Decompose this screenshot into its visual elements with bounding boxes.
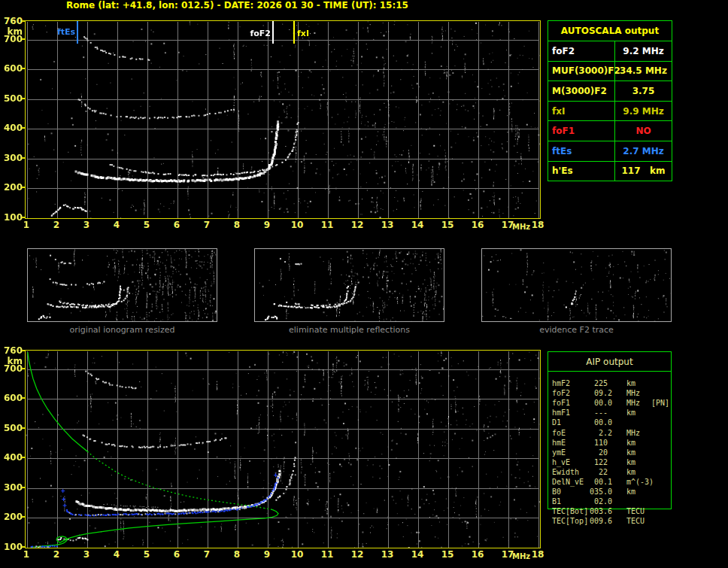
y-axis-unit-label: km bbox=[0, 26, 23, 37]
autoscala-row-value: 9.2 MHz bbox=[615, 41, 672, 61]
autoscala-row-value: 34.5 MHz bbox=[615, 62, 672, 81]
x-axis-tick-label: 15 bbox=[438, 220, 457, 230]
aip-row-hmE: hmE110 km bbox=[548, 439, 675, 448]
y-axis-tick bbox=[22, 187, 25, 188]
fxI-marker-line bbox=[293, 21, 295, 44]
foF2-marker-line bbox=[272, 21, 274, 44]
aip-cell: 110 bbox=[584, 439, 612, 447]
x-axis-tick-label: 10 bbox=[288, 220, 306, 230]
aip-row-ymE: ymE20 km bbox=[548, 448, 675, 458]
aip-cell: DelN_vE bbox=[552, 478, 584, 486]
aip-cell: foF2 bbox=[552, 389, 570, 397]
aip-cell: 20 bbox=[584, 448, 612, 457]
aip-cell: 00.0 bbox=[584, 418, 612, 427]
y-axis-tick bbox=[22, 157, 25, 159]
aip-row-foE: foE2.2MHz bbox=[548, 429, 675, 439]
x-axis-tick-label: 6 bbox=[168, 549, 186, 560]
y-axis-tick bbox=[22, 38, 25, 40]
autoscala-row-ftEs: ftEs2.7 MHz bbox=[548, 141, 672, 162]
x-axis-tick-label: 5 bbox=[138, 549, 156, 560]
aip-cell: foE bbox=[552, 429, 566, 437]
autoscala-row-value: 9.9 MHz bbox=[615, 102, 672, 121]
aip-cell: MHz bbox=[626, 389, 640, 397]
x-axis-tick-label: 7 bbox=[198, 220, 216, 230]
aip-cell: km bbox=[626, 468, 635, 476]
aip-cell: Ewidth bbox=[552, 468, 579, 476]
y-axis-unit-label: km bbox=[0, 356, 23, 366]
aip-row-foF2: foF209.2MHz bbox=[548, 389, 675, 399]
ftEs-marker-line bbox=[77, 21, 78, 44]
fxi-marker-label: fxI bbox=[297, 29, 309, 38]
autoscala-output-table: AUTOSCALA output foF29.2 MHzMUF(3000)F23… bbox=[548, 20, 672, 181]
aip-cell: km bbox=[626, 488, 635, 496]
y-axis-tick bbox=[22, 427, 25, 429]
x-axis-tick-label: 14 bbox=[408, 220, 426, 230]
y-axis-tick-label: 300 bbox=[0, 153, 23, 163]
aip-cell: km bbox=[626, 448, 635, 457]
aip-cell: 035.0 bbox=[584, 488, 612, 496]
x-axis-tick-label: 11 bbox=[318, 220, 336, 230]
fof2-marker-label: foF2 bbox=[245, 29, 271, 38]
aip-cell: ymE bbox=[552, 448, 566, 457]
panel-eliminate-reflections-label: eliminate multiple reflections bbox=[254, 325, 444, 335]
aip-cell: B0 bbox=[552, 488, 561, 496]
aip-cell: TECU bbox=[626, 507, 645, 515]
autoscala-row-M(3000)F2: M(3000)F23.75 bbox=[548, 81, 672, 102]
x-axis-tick-label: 18 bbox=[529, 549, 547, 560]
aip-cell: TEC[Top] bbox=[552, 517, 588, 525]
y-axis-tick-label: 400 bbox=[0, 452, 23, 463]
aip-row-D1: D100.0 bbox=[548, 418, 675, 428]
x-axis-tick-label: 3 bbox=[77, 549, 96, 560]
ftes-marker-label: ftEs bbox=[53, 27, 75, 37]
top-ionogram-canvas bbox=[26, 21, 540, 218]
aip-cell: MHz bbox=[626, 399, 640, 407]
aip-cell: MHz bbox=[626, 429, 640, 437]
aip-cell: 02.0 bbox=[584, 497, 612, 506]
y-axis-tick-label: 200 bbox=[0, 182, 23, 193]
y-axis-tick bbox=[22, 217, 25, 218]
x-axis-tick-label: 6 bbox=[168, 220, 186, 230]
aip-cell: 003.6 bbox=[584, 507, 612, 515]
autoscala-row-value: NO bbox=[615, 121, 672, 141]
x-axis-tick-label: 11 bbox=[318, 549, 336, 560]
x-axis-tick-label: 5 bbox=[138, 220, 156, 230]
y-axis-tick bbox=[22, 487, 25, 488]
aip-row-Ewidth: Ewidth22 km bbox=[548, 468, 675, 478]
autoscala-row-foF2: foF29.2 MHz bbox=[548, 41, 672, 62]
aip-cell: hmF1 bbox=[552, 409, 570, 417]
aip-cell: km bbox=[626, 379, 635, 387]
x-axis-tick-label: 14 bbox=[408, 549, 426, 560]
aip-cell: D1 bbox=[552, 418, 561, 427]
aip-row-TEC[Bot]: TEC[Bot]003.6TECU bbox=[548, 507, 675, 517]
x-axis-unit-label: MHz bbox=[512, 552, 530, 560]
x-axis-tick-label: 15 bbox=[438, 549, 457, 560]
x-axis-tick-label: 4 bbox=[108, 549, 126, 560]
y-axis-tick bbox=[22, 127, 25, 129]
y-axis-tick-label: 500 bbox=[0, 93, 23, 104]
aip-cell: 2.2 bbox=[584, 429, 612, 437]
aip-row-B1: B102.0 bbox=[548, 497, 675, 507]
aip-row-TEC[Top]: TEC[Top]009.6TECU bbox=[548, 517, 675, 527]
y-axis-tick-label: 400 bbox=[0, 123, 23, 133]
y-axis-tick bbox=[22, 516, 25, 518]
autoscala-row-label: fxI bbox=[548, 102, 615, 121]
autoscala-row-label: foF1 bbox=[548, 121, 615, 141]
x-axis-tick-label: 9 bbox=[258, 220, 276, 230]
x-axis-tick-label: 13 bbox=[378, 549, 396, 560]
aip-cell: B1 bbox=[552, 497, 561, 506]
bottom-ionogram-canvas bbox=[26, 351, 540, 548]
autoscala-row-label: MUF(3000)F2 bbox=[548, 62, 615, 81]
aip-cell: hmF2 bbox=[552, 379, 570, 387]
aip-cell: TEC[Bot] bbox=[552, 507, 588, 515]
panel-eliminate-reflections-canvas bbox=[255, 249, 444, 321]
aip-cell: 225 bbox=[584, 379, 612, 387]
autoscala-row-label: M(3000)F2 bbox=[548, 81, 615, 101]
x-axis-tick-label: 1 bbox=[17, 549, 35, 560]
x-axis-tick-label: 2 bbox=[47, 220, 65, 230]
aip-cell: h_vE bbox=[552, 458, 570, 466]
panel-original-ionogram bbox=[27, 248, 217, 322]
autoscala-table-rows: foF29.2 MHzMUF(3000)F234.5 MHzM(3000)F23… bbox=[548, 41, 672, 181]
x-axis-tick-label: 12 bbox=[348, 220, 366, 230]
aip-row-DelN_vE: DelN_vE00.1m^(-3) bbox=[548, 478, 675, 488]
aip-cell: km bbox=[626, 458, 635, 466]
